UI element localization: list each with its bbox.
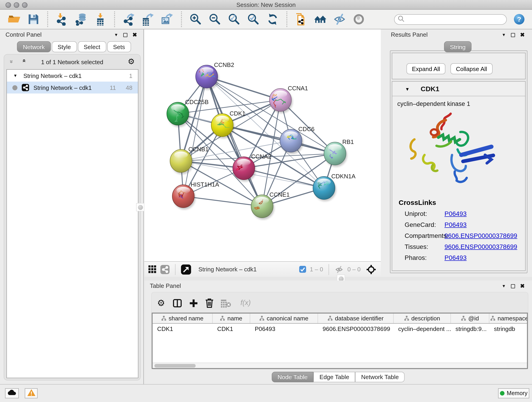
crosslink-link[interactable]: P06493 — [444, 210, 467, 217]
table-box: ⚙f(x) shared namenamecanonical namedatab… — [151, 292, 528, 370]
panel-collapse-icon[interactable]: ▼ — [114, 32, 118, 37]
grid-view-icon[interactable] — [148, 265, 157, 274]
network-edge[interactable] — [222, 125, 335, 153]
export-network-button[interactable] — [122, 12, 136, 26]
selected-checkbox-icon[interactable] — [299, 266, 306, 273]
table-cell[interactable]: 9606.ENSP00000378699 — [318, 324, 394, 334]
crosslink-link[interactable]: 9606.ENSP00000378699 — [444, 232, 517, 239]
export-image-button[interactable] — [160, 12, 174, 26]
refresh-button[interactable] — [266, 12, 279, 26]
network-node-CDC25B[interactable]: CDC25B — [167, 99, 209, 127]
zoom-fit-button[interactable] — [227, 12, 241, 26]
network-node-CDC6[interactable]: CDC6 — [280, 126, 315, 154]
memory-status-dot-icon — [500, 391, 505, 396]
tab-edge-table[interactable]: Edge Table — [314, 372, 355, 382]
gene-collapse-caret-icon[interactable]: ▼ — [405, 87, 410, 92]
panel-collapse-icon[interactable]: ▼ — [502, 284, 506, 288]
warnings-button[interactable] — [25, 388, 38, 398]
crosslink-row: Uniprot:P06493 — [399, 210, 521, 217]
table-row[interactable]: CDK1CDK1P064939606.ENSP00000378699cyclin… — [152, 324, 527, 334]
show-visuals-button[interactable] — [352, 12, 366, 26]
tab-node-table[interactable]: Node Table — [272, 372, 313, 382]
search-input[interactable] — [405, 16, 496, 23]
network-node-RB1[interactable]: RB1 — [324, 138, 354, 167]
network-edge[interactable] — [183, 77, 207, 196]
tab-network[interactable]: Network — [17, 41, 51, 52]
column-header-namespace[interactable]: namespace — [489, 313, 528, 323]
add-button[interactable] — [189, 298, 198, 308]
crosslink-link[interactable]: P06493 — [444, 254, 467, 261]
panel-float-icon[interactable] — [511, 284, 515, 288]
column-header-shared-name[interactable]: shared name — [152, 313, 213, 323]
import-network-button[interactable] — [55, 12, 69, 26]
cloud-button[interactable] — [5, 388, 19, 398]
column-header-name[interactable]: name — [213, 313, 250, 323]
search-icon — [398, 15, 405, 24]
panel-float-icon[interactable] — [511, 33, 515, 37]
table-cell[interactable]: stringdb — [489, 324, 528, 334]
tab-sets[interactable]: Sets — [107, 41, 131, 52]
panel-float-icon[interactable] — [123, 33, 127, 37]
crosshair-icon[interactable] — [366, 264, 376, 274]
open-session-button[interactable] — [7, 12, 21, 26]
network-collection-row[interactable]: ▼ String Network – cdk1 1 — [7, 70, 138, 82]
save-session-button[interactable] — [27, 12, 40, 26]
expand-all-button[interactable]: Expand All — [406, 63, 446, 74]
tab-style[interactable]: Style — [51, 41, 77, 52]
import-table-button[interactable] — [94, 12, 107, 26]
column-header-canonical-name[interactable]: canonical name — [250, 313, 318, 323]
network-node-CDKN1A[interactable]: CDKN1A — [313, 173, 355, 201]
column-header-database-identifier[interactable]: database identifier — [318, 313, 394, 323]
hide-visuals-button[interactable] — [333, 12, 346, 26]
panel-close-icon[interactable]: ✖ — [520, 283, 525, 289]
tab-string[interactable]: String — [444, 41, 472, 52]
splitter-handle[interactable] — [136, 203, 144, 211]
column-header-description[interactable]: description — [394, 313, 451, 323]
panel-close-icon[interactable]: ✖ — [133, 32, 137, 38]
crosslink-link[interactable]: 9606.ENSP00000378699 — [444, 243, 517, 250]
gene-header[interactable]: ▼ CDK1 — [392, 82, 525, 96]
scrollbar-thumb[interactable] — [154, 364, 196, 368]
home-button[interactable] — [313, 12, 327, 26]
tab-network-table[interactable]: Network Table — [355, 372, 405, 382]
network-options-gear-icon[interactable]: ⚙ — [128, 57, 135, 66]
table-toolbar: ⚙f(x) — [156, 295, 253, 311]
network-node-CCNB2[interactable]: CCNB2 — [196, 61, 234, 90]
gene-name: CDK1 — [421, 85, 439, 93]
zoom-selected-button[interactable] — [247, 12, 260, 26]
panel-close-icon[interactable]: ✖ — [520, 32, 525, 38]
node-label: CDC25B — [185, 99, 209, 105]
crosslink-link[interactable]: P06493 — [444, 221, 467, 228]
memory-button[interactable]: Memory — [498, 388, 529, 398]
zoom-out-button[interactable] — [208, 12, 222, 26]
table-cell[interactable]: CDK1 — [213, 324, 250, 334]
share-document-button[interactable] — [294, 12, 308, 26]
network-share-icon[interactable] — [160, 265, 170, 274]
table-cell[interactable]: CDK1 — [152, 324, 213, 334]
settings-button[interactable]: ⚙ — [156, 298, 166, 308]
delete-button[interactable] — [205, 298, 214, 308]
horizontal-scrollbar[interactable] — [152, 363, 527, 368]
table-cell[interactable]: P06493 — [250, 324, 318, 334]
network-node-HIST1H1A[interactable]: HIST1H1A — [172, 181, 219, 210]
network-row[interactable]: String Network – cdk1 11 48 — [7, 82, 138, 94]
export-table-button[interactable] — [141, 12, 155, 26]
horizontal-splitter[interactable] — [144, 277, 532, 281]
help-button[interactable]: ? — [514, 14, 525, 25]
birdseye-view-icon[interactable] — [181, 264, 191, 274]
column-header-id[interactable]: @id — [451, 313, 489, 323]
network-selected-summary: 1 of 1 Network selected — [4, 59, 140, 65]
tree-expand-caret-icon[interactable]: ▼ — [13, 73, 17, 78]
panel-collapse-icon[interactable]: ▼ — [502, 32, 506, 37]
collapse-all-button[interactable]: Collapse All — [450, 63, 493, 74]
network-node-CCNA1[interactable]: CCNA1 — [269, 85, 308, 113]
table-cell[interactable]: cyclin–dependent ... — [394, 324, 451, 334]
columns-button[interactable] — [172, 298, 182, 308]
tab-select[interactable]: Select — [78, 41, 106, 52]
network-canvas[interactable]: CCNB2 CCNA1 CDC25B CDK1 CDC6 RB1 CCNB1 — [144, 29, 381, 261]
node-label: CCNA1 — [288, 85, 308, 92]
import-database-button[interactable] — [74, 12, 88, 26]
hidden-eye-icon[interactable] — [335, 265, 344, 274]
table-cell[interactable]: stringdb:9... — [451, 324, 489, 334]
zoom-in-button[interactable] — [189, 12, 203, 26]
